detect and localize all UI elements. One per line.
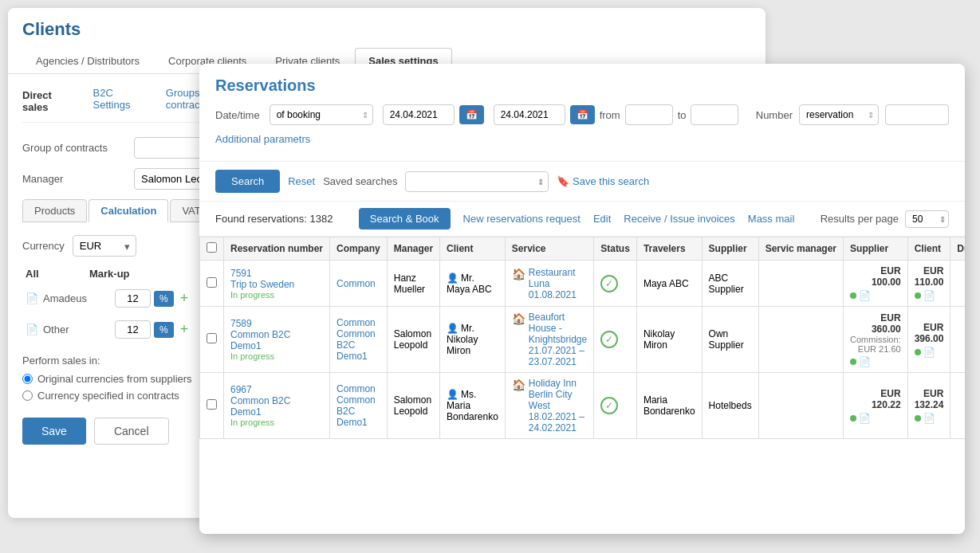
to-label: to [678, 109, 687, 121]
reservations-table-wrapper: Reservation number Company Manager Clien… [199, 237, 965, 439]
doc-small-icon2: 📄 [923, 290, 935, 301]
row-checkbox-cell [200, 307, 224, 373]
mass-mail-button[interactable]: Mass mail [748, 213, 795, 225]
res-num-link[interactable]: 7591 [230, 268, 252, 279]
date-to-input[interactable] [494, 104, 565, 125]
amadeus-percent-btn[interactable]: % [154, 291, 174, 307]
booking-select[interactable]: of booking [270, 104, 373, 125]
row-due: EUR 132.24 [950, 373, 965, 439]
status-check-icon: ✓ [600, 275, 618, 292]
to-input[interactable] [691, 104, 738, 125]
service-name: Holiday Inn Berlin City West 18.02.2021 … [529, 378, 587, 433]
res-num-link[interactable]: 7589 [230, 318, 252, 329]
date-from-input[interactable] [383, 104, 455, 125]
row-service: 🏠 Beaufort House - Knightsbridge 21.07.2… [505, 307, 593, 373]
reservation-type-select[interactable]: reservation [799, 104, 879, 125]
table-header-row: Reservation number Company Manager Clien… [200, 237, 966, 261]
subnav-b2c[interactable]: B2C Settings [92, 87, 152, 116]
select-all-checkbox[interactable] [207, 242, 217, 253]
other-add-btn[interactable]: + [177, 321, 192, 338]
row-check: ✓ [594, 307, 637, 373]
company-link[interactable]: Common [337, 278, 376, 289]
row-client-amt: EUR 396.00 📄 [907, 307, 950, 373]
service-hotel-icon: 🏠 [512, 378, 525, 391]
reset-button[interactable]: Reset [288, 175, 315, 187]
service-name: Restaurant Luna 01.08.2021 [529, 267, 587, 300]
number-label: Number [756, 109, 793, 121]
cal-from-btn[interactable]: 📅 [459, 105, 484, 124]
edit-button[interactable]: Edit [593, 213, 611, 225]
other-value-input[interactable] [115, 320, 151, 339]
cancel-button[interactable]: Cancel [94, 418, 169, 445]
th-client: Client [440, 237, 506, 261]
radio-contract-input[interactable] [22, 390, 33, 401]
inner-tab-products[interactable]: Products [22, 199, 87, 222]
markup-header: Mark-up [89, 268, 185, 280]
service-name: Beaufort House - Knightsbridge 21.07.202… [529, 312, 587, 367]
th-supplier: Supplier [702, 237, 758, 261]
row-checkbox[interactable] [207, 399, 217, 410]
reservation-select-wrapper: reservation [799, 104, 879, 125]
row-due: EUR 110.00 [950, 261, 965, 307]
cal-to-btn[interactable]: 📅 [570, 105, 595, 124]
row-res-num: 7589 Common B2C Demo1 In progress [224, 307, 330, 373]
green-dot-icon2 [915, 415, 921, 422]
service-hotel-icon: 🏠 [512, 268, 525, 280]
inner-tab-calculation[interactable]: Calculation [89, 199, 168, 222]
th-service: Service [505, 237, 593, 261]
new-reservations-button[interactable]: New reservations request [463, 213, 581, 225]
row-checkbox[interactable] [207, 277, 217, 288]
row-serv-manager [758, 261, 843, 307]
date-to-group: 📅 from to [494, 104, 739, 125]
per-page-input[interactable] [905, 210, 949, 228]
search-button[interactable]: Search [215, 170, 280, 193]
th-client-amt: Client [907, 237, 950, 261]
receive-issue-button[interactable]: Receive / Issue invoices [624, 213, 734, 225]
radio-original-label: Original currencies from suppliers [37, 373, 192, 385]
row-client: 👤Mr. Nikolay Miron [440, 307, 506, 373]
saved-searches-input[interactable] [405, 171, 549, 192]
res-trip-link[interactable]: Trip to Sweden [230, 279, 294, 290]
results-per-page-label: Results per page [821, 213, 899, 225]
from-input[interactable] [625, 104, 673, 125]
res-status: In progress [230, 351, 323, 361]
res-status: In progress [230, 290, 323, 300]
amadeus-add-btn[interactable]: + [177, 290, 192, 307]
amadeus-input-group: % + [115, 289, 191, 308]
company-demo-link[interactable]: Common B2C Demo1 [337, 394, 376, 428]
row-service: 🏠 Holiday Inn Berlin City West 18.02.202… [505, 373, 593, 439]
row-manager: Salomon Leopold [387, 307, 439, 373]
number-value-input[interactable] [885, 104, 949, 125]
row-checkbox-cell [200, 373, 224, 439]
save-search-button[interactable]: 🔖 Save this search [557, 175, 649, 187]
res-trip-link[interactable]: Common B2C Demo1 [230, 329, 290, 351]
found-text: Found reservations: 1382 [215, 213, 333, 225]
company-link[interactable]: Common [337, 383, 376, 394]
tab-agencies[interactable]: Agencies / Distributors [22, 48, 153, 73]
row-travelers: Nikolay Miron [636, 307, 702, 373]
row-client-amt: EUR 110.00 📄 [907, 261, 950, 307]
additional-params-link[interactable]: Additional parametrs [215, 133, 310, 145]
res-num-link[interactable]: 6967 [230, 384, 252, 395]
booking-select-wrapper: of booking [270, 104, 373, 125]
company-demo-link[interactable]: Common B2C Demo1 [337, 328, 376, 362]
amadeus-value-input[interactable] [115, 289, 151, 308]
doc-small-icon2: 📄 [923, 347, 935, 358]
other-percent-btn[interactable]: % [154, 322, 174, 338]
company-link[interactable]: Common [337, 317, 376, 328]
save-button[interactable]: Save [22, 418, 86, 445]
date-from-group: 📅 [383, 104, 484, 125]
saved-searches-wrapper: ⇕ [405, 171, 549, 192]
row-res-num: 6967 Common B2C Demo1 In progress [224, 373, 330, 439]
currency-select[interactable]: EUR [73, 235, 136, 257]
row-checkbox[interactable] [207, 333, 217, 343]
amadeus-label: Amadeus [43, 292, 115, 304]
action-btns: Search & Book New reservations request E… [359, 208, 795, 229]
res-trip-link[interactable]: Common B2C Demo1 [230, 395, 290, 418]
green-dot-icon2 [915, 349, 921, 355]
search-row: Search Reset Saved searches ⇕ 🔖 Save thi… [199, 162, 965, 202]
row-supplier-amt: EUR 120.22 📄 [844, 373, 908, 439]
radio-original-input[interactable] [22, 374, 33, 384]
search-book-button[interactable]: Search & Book [359, 208, 451, 229]
row-check: ✓ [594, 261, 637, 307]
